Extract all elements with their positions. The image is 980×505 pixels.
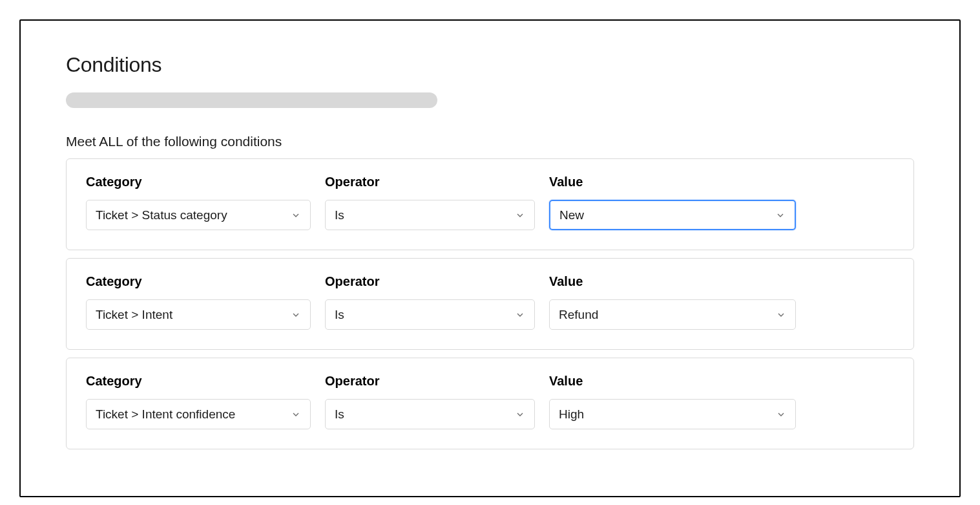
operator-label: Operator [325, 175, 535, 189]
category-select-value: Ticket > Status category [96, 208, 227, 222]
operator-select-value: Is [335, 208, 344, 222]
category-select[interactable]: Ticket > Status category [86, 200, 311, 230]
operator-select[interactable]: Is [325, 200, 535, 230]
category-select[interactable]: Ticket > Intent confidence [86, 399, 311, 429]
operator-field-group: Operator Is [325, 374, 535, 429]
chevron-down-icon [776, 310, 786, 320]
chevron-down-icon [515, 210, 525, 220]
page-title: Conditions [66, 53, 914, 77]
value-select-value: New [559, 208, 584, 222]
category-field-group: Category Ticket > Intent [86, 274, 311, 330]
category-label: Category [86, 274, 311, 289]
value-select-value: High [559, 407, 584, 422]
condition-row: Category Ticket > Intent Operator Is Val… [66, 258, 914, 350]
operator-select-value: Is [335, 407, 344, 422]
category-field-group: Category Ticket > Intent confidence [86, 374, 311, 429]
value-field-group: Value High [549, 374, 796, 429]
conditions-subtitle: Meet ALL of the following conditions [66, 134, 914, 149]
value-select[interactable]: New [549, 200, 796, 230]
condition-row: Category Ticket > Intent confidence Oper… [66, 358, 914, 449]
operator-field-group: Operator Is [325, 175, 535, 230]
category-select-value: Ticket > Intent confidence [96, 407, 235, 422]
chevron-down-icon [291, 210, 301, 220]
conditions-panel: Conditions Meet ALL of the following con… [19, 19, 961, 497]
operator-field-group: Operator Is [325, 274, 535, 330]
category-label: Category [86, 374, 311, 389]
category-select[interactable]: Ticket > Intent [86, 299, 311, 330]
chevron-down-icon [775, 210, 786, 220]
chevron-down-icon [291, 409, 301, 420]
chevron-down-icon [515, 310, 525, 320]
chevron-down-icon [515, 409, 525, 420]
value-label: Value [549, 374, 796, 389]
operator-select-value: Is [335, 308, 344, 322]
category-label: Category [86, 175, 311, 189]
operator-label: Operator [325, 274, 535, 289]
value-label: Value [549, 175, 796, 189]
value-field-group: Value Refund [549, 274, 796, 330]
value-field-group: Value New [549, 175, 796, 230]
value-select-value: Refund [559, 308, 598, 322]
operator-label: Operator [325, 374, 535, 389]
value-select[interactable]: High [549, 399, 796, 429]
category-select-value: Ticket > Intent [96, 308, 172, 322]
chevron-down-icon [291, 310, 301, 320]
value-select[interactable]: Refund [549, 299, 796, 330]
operator-select[interactable]: Is [325, 399, 535, 429]
chevron-down-icon [776, 409, 786, 420]
condition-row: Category Ticket > Status category Operat… [66, 158, 914, 250]
description-placeholder [66, 92, 437, 108]
value-label: Value [549, 274, 796, 289]
operator-select[interactable]: Is [325, 299, 535, 330]
category-field-group: Category Ticket > Status category [86, 175, 311, 230]
